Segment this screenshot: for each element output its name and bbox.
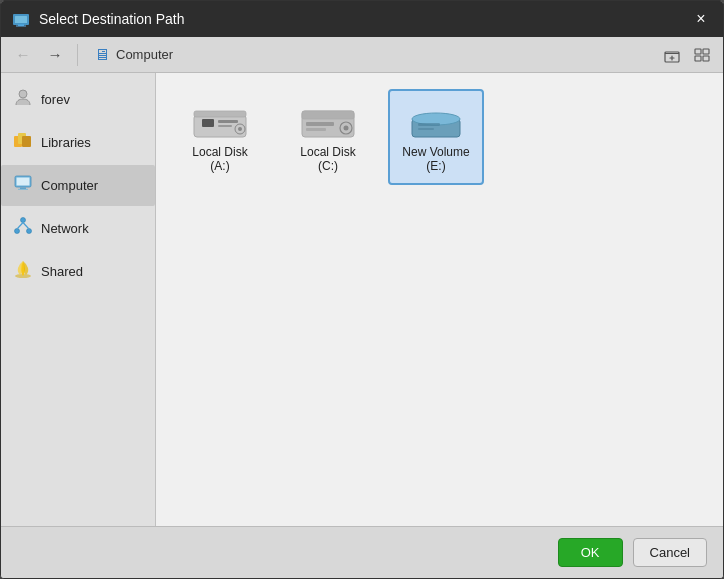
sidebar-item-computer[interactable]: Computer xyxy=(1,165,155,206)
svg-rect-26 xyxy=(218,120,238,123)
select-destination-dialog: Select Destination Path × ← → 🖥 Computer xyxy=(0,0,724,579)
ok-button[interactable]: OK xyxy=(558,538,623,567)
main-panel: Local Disk (A:) Local Disk (C:) xyxy=(156,73,723,526)
forward-button[interactable]: → xyxy=(41,42,69,68)
svg-point-19 xyxy=(27,229,32,234)
svg-rect-32 xyxy=(306,122,334,126)
svg-rect-8 xyxy=(703,56,709,61)
svg-rect-31 xyxy=(302,111,354,119)
close-button[interactable]: × xyxy=(689,7,713,31)
svg-point-35 xyxy=(344,126,349,131)
sidebar-item-libraries[interactable]: Libraries xyxy=(1,122,155,163)
breadcrumb-text: Computer xyxy=(116,47,173,62)
svg-line-20 xyxy=(18,223,24,229)
dialog-title: Select Destination Path xyxy=(39,11,689,27)
svg-rect-15 xyxy=(20,188,26,190)
drive-icon-a xyxy=(188,101,252,145)
libraries-icon xyxy=(13,130,33,155)
svg-rect-33 xyxy=(306,128,326,131)
drive-label-a: Local Disk (A:) xyxy=(182,145,258,173)
svg-rect-1 xyxy=(15,16,27,23)
sidebar-item-network[interactable]: Network xyxy=(1,208,155,249)
shared-icon xyxy=(13,259,33,284)
toolbar-right xyxy=(659,42,715,68)
network-icon xyxy=(13,216,33,241)
svg-rect-7 xyxy=(695,56,701,61)
footer: OK Cancel xyxy=(1,526,723,578)
svg-rect-24 xyxy=(194,111,246,117)
svg-rect-16 xyxy=(18,189,28,190)
svg-rect-6 xyxy=(703,49,709,54)
svg-rect-38 xyxy=(418,123,440,126)
svg-rect-3 xyxy=(16,26,26,27)
svg-point-18 xyxy=(15,229,20,234)
computer-icon xyxy=(13,173,33,198)
sidebar: forev Libraries xyxy=(1,73,156,526)
drive-item-c[interactable]: Local Disk (C:) xyxy=(280,89,376,185)
svg-rect-27 xyxy=(218,125,232,127)
drive-label-e: New Volume (E:) xyxy=(398,145,474,173)
sidebar-item-network-label: Network xyxy=(41,221,89,236)
drive-icon-e xyxy=(404,101,468,145)
sidebar-item-libraries-label: Libraries xyxy=(41,135,91,150)
breadcrumb-icon: 🖥 xyxy=(94,46,110,64)
sidebar-item-shared-label: Shared xyxy=(41,264,83,279)
content-area: forev Libraries xyxy=(1,73,723,526)
title-bar: Select Destination Path × xyxy=(1,1,723,37)
toolbar: ← → 🖥 Computer xyxy=(1,37,723,73)
drive-item-e[interactable]: New Volume (E:) xyxy=(388,89,484,185)
drive-item-a[interactable]: Local Disk (A:) xyxy=(172,89,268,185)
user-icon xyxy=(13,87,33,112)
add-folder-button[interactable] xyxy=(659,42,685,68)
svg-rect-25 xyxy=(202,119,214,127)
sidebar-item-shared[interactable]: Shared xyxy=(1,251,155,292)
svg-line-21 xyxy=(23,223,29,229)
drive-label-c: Local Disk (C:) xyxy=(290,145,366,173)
drive-icon-c xyxy=(296,101,360,145)
svg-rect-12 xyxy=(22,136,31,147)
sidebar-item-forev[interactable]: forev xyxy=(1,79,155,120)
sidebar-item-computer-label: Computer xyxy=(41,178,98,193)
svg-rect-5 xyxy=(695,49,701,54)
svg-point-9 xyxy=(19,90,27,98)
list-view-button[interactable] xyxy=(689,42,715,68)
sidebar-item-forev-label: forev xyxy=(41,92,70,107)
toolbar-separator xyxy=(77,44,78,66)
back-button[interactable]: ← xyxy=(9,42,37,68)
dialog-icon xyxy=(11,9,31,29)
svg-point-29 xyxy=(238,127,242,131)
svg-rect-14 xyxy=(17,178,30,186)
svg-rect-39 xyxy=(418,128,434,130)
cancel-button[interactable]: Cancel xyxy=(633,538,707,567)
breadcrumb: 🖥 Computer xyxy=(86,46,655,64)
svg-point-17 xyxy=(21,218,26,223)
